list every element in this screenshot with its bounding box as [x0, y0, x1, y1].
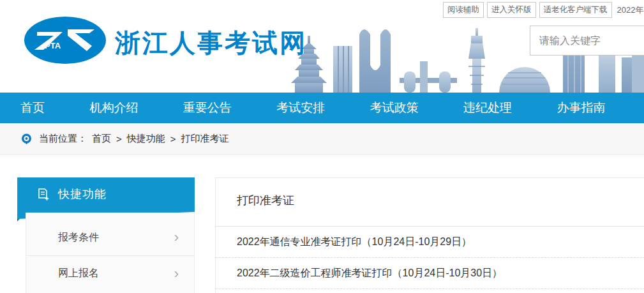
nav-item-service-guide[interactable]: 办事指南 — [557, 100, 606, 116]
breadcrumb: 当前位置： 首页 > 快捷功能 > 打印准考证 — [0, 123, 644, 155]
nav-item-home[interactable]: 首页 — [20, 100, 45, 116]
location-pin-icon — [21, 133, 32, 144]
sidebar-item-exam-requirements[interactable]: 报考条件 › — [26, 220, 194, 255]
site-logo[interactable]: PTA — [23, 15, 107, 65]
breadcrumb-label: 当前位置： — [39, 133, 87, 145]
breadcrumb-home[interactable]: 首页 — [92, 133, 111, 145]
nav-item-exam-schedule[interactable]: 考试安排 — [276, 100, 325, 116]
list-item[interactable]: 2022年通信专业准考证打印（10月24日-10月29日） — [216, 227, 644, 258]
logo-acronym-text: PTA — [45, 41, 61, 50]
nav-item-about[interactable]: 机构介绍 — [89, 100, 138, 116]
nav-item-announcements[interactable]: 重要公告 — [183, 100, 232, 116]
page-title: 打印准考证 — [216, 178, 644, 226]
chevron-right-icon: › — [174, 267, 179, 281]
sidebar-item-online-registration[interactable]: 网上报名 › — [26, 255, 194, 291]
care-version-button[interactable]: 进入关怀版 — [487, 2, 536, 18]
reading-assist-button[interactable]: 阅读辅助 — [443, 2, 484, 18]
list-item[interactable]: 2022年二级造价工程师准考证打印（10月24日-10月30日） — [216, 258, 644, 289]
sidebar-item-label: 报考条件 — [58, 231, 99, 244]
chevron-right-icon: › — [174, 230, 179, 244]
elderly-client-download-button[interactable]: 适老化客户端下载 — [539, 2, 612, 18]
nav-item-violation[interactable]: 违纪处理 — [463, 100, 512, 116]
breadcrumb-quick-functions[interactable]: 快捷功能 — [127, 133, 165, 145]
sidebar-header: 快捷功能 — [17, 177, 195, 211]
document-plus-icon — [36, 188, 50, 201]
date-text: 2022年1 — [617, 4, 644, 16]
logo-ellipse — [24, 17, 106, 64]
search-box — [530, 26, 644, 56]
search-input[interactable] — [530, 26, 644, 56]
sidebar-title: 快捷功能 — [58, 186, 107, 202]
main-content-panel: 打印准考证 2022年通信专业准考证打印（10月24日-10月29日） 2022… — [215, 177, 644, 293]
top-utility-bar: 阅读辅助 进入关怀版 适老化客户端下载 2022年1 — [443, 2, 644, 18]
breadcrumb-separator: > — [116, 133, 122, 144]
breadcrumb-separator: > — [170, 133, 176, 144]
site-name: 浙江人事考试网 — [115, 26, 307, 61]
sidebar-menu: 报考条件 › 网上报名 › — [26, 213, 195, 293]
page: 阅读辅助 进入关怀版 适老化客户端下载 2022年1 PTA 浙江人事考试网 — [0, 0, 644, 293]
main-nav: 首页 机构介绍 重要公告 考试安排 考试政策 违纪处理 办事指南 网站 — [0, 93, 644, 123]
nav-item-exam-policy[interactable]: 考试政策 — [370, 100, 419, 116]
sidebar-item-label: 网上报名 — [58, 267, 99, 280]
breadcrumb-current-page[interactable]: 打印准考证 — [181, 133, 229, 145]
